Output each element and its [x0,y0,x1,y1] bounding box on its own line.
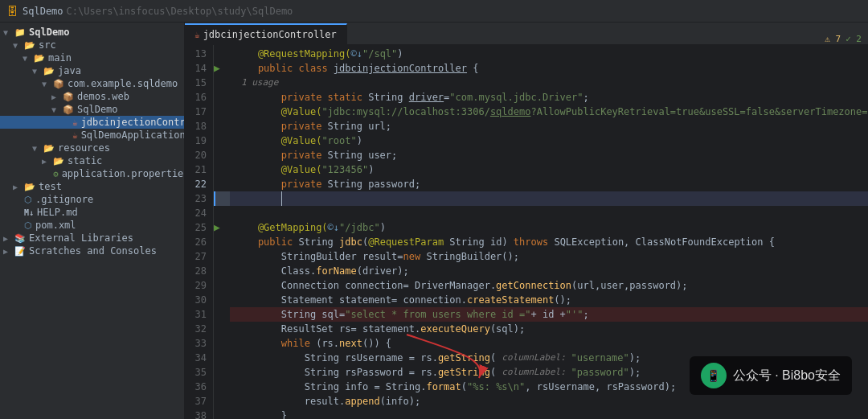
sidebar-item-static[interactable]: ▶ 📂 static [0,154,184,167]
var-name: driver [409,90,444,105]
string: "/sql" [362,47,397,61]
sidebar-item-resources[interactable]: ▼ 📂 resources [0,142,184,154]
sidebar-item-demos-web[interactable]: ▶ 📦 demos.web [0,90,184,103]
sidebar-item-gitignore[interactable]: ⬡ .gitignore [0,193,184,206]
method: getString [438,365,490,380]
line-num: 20 [188,148,207,162]
arrow-icon: ▶ [3,247,14,256]
arrow-icon: ▼ [23,54,34,63]
tab-jdbc-controller[interactable]: ☕ jdbcinjectionController [185,23,347,44]
code: (info); [380,394,421,409]
code-line-usage: 1 usage [230,76,868,90]
code: (sql); [490,322,525,336]
type: String [328,119,369,134]
sidebar-item-sqldemo-app[interactable]: ☕ SqlDemoApplication [0,129,184,142]
type: String [328,148,369,162]
sidebar-item-test[interactable]: ▶ 📂 test [0,180,184,193]
var: user; [368,148,397,162]
warning-badge: ⚠ 7 [825,34,841,44]
code: + id + [530,307,565,322]
type: String [368,90,409,105]
arrow-icon: ▼ [32,67,43,76]
sidebar-item-jdbc-controller[interactable]: ☕ jdbcinjectionController [0,116,184,129]
file-tree: ▼ 📁 SqlDemo ▼ 📂 src ▼ 📂 main ▼ 📂 java ▼ … [0,23,185,419]
sidebar-item-pkg-com[interactable]: ▼ 📦 com.example.sqldemo [0,77,184,90]
code: result. [235,394,345,409]
code: } [235,409,287,419]
project-path: C:\Users\insfocus\Desktop\study\SqlDemo [67,6,293,17]
sidebar-item-scratches[interactable]: ▶ 📝 Scratches and Consoles [0,244,184,257]
code-line-22 [230,191,868,206]
type: String [449,235,490,249]
code: StringBuilder result= [235,249,403,264]
sidebar-label: .gitignore [35,194,93,205]
run-icon-14[interactable]: ▶ [214,61,230,76]
cursor-line [235,191,281,206]
arrow-icon: ▶ [13,183,24,191]
paren: ( [362,235,368,249]
code: (driver); [357,264,409,278]
line-num: 21 [188,162,207,177]
code: ( [461,380,467,394]
checkmark-badge: ✓ 2 [845,34,862,44]
brace: { [467,61,478,76]
code-line-23 [230,206,868,220]
method: format [426,380,461,394]
sidebar-label: application.properties [62,168,185,179]
code-line-15: private static String driver="com.mysql.… [230,90,868,105]
watermark-icon: 📱 [701,363,727,388]
sidebar-item-java[interactable]: ▼ 📂 java [0,64,184,77]
folder-icon: 📂 [53,156,64,166]
line-num: 33 [188,336,207,351]
line-num-active: 22 [188,177,207,191]
sidebar-item-helpmd[interactable]: M↓ HELP.md [0,206,184,219]
paren: ) [368,162,374,177]
method-name: jdbc [339,235,362,249]
var: id) [490,235,514,249]
keyword: throws [514,235,555,249]
sidebar-item-app-props[interactable]: ⚙ application.properties [0,167,184,180]
code-line-21: private String password; [230,177,868,191]
string: "'" [566,307,583,322]
code: Statement statement= connection. [235,293,467,307]
run-icon-24[interactable]: ▶ [214,220,230,235]
arrow-icon: ▶ [51,92,63,101]
var: url; [368,119,391,134]
semi: ; [583,307,589,322]
string: "password" [571,365,628,380]
folder-icon: 📁 [14,27,26,38]
param-hint: columnLabel: [502,351,571,365]
method: getConnection [496,278,571,293]
code-line-36: result.append(info); [230,394,868,409]
line-num: 14 [188,61,207,76]
line-num: 30 [188,293,207,307]
arrow-icon: ▶ [42,157,53,166]
sidebar-item-main[interactable]: ▼ 📂 main [0,51,184,64]
paren: ) [380,220,386,235]
line-num: 32 [188,322,207,336]
line-num: 28 [188,264,207,278]
sidebar-item-src[interactable]: ▼ 📂 src [0,39,184,51]
code-line-16: @Value("jdbc:mysql://localhost:3306/sqld… [230,105,868,119]
sidebar-label: com.example.sqldemo [68,78,178,89]
md-icon: M↓ [24,208,34,217]
string: "jdbc:mysql://localhost:3306/sqldemo?All… [321,105,868,119]
properties-icon: ⚙ [53,169,59,179]
sidebar-item-external-libs[interactable]: ▶ 📚 External Libraries [0,232,184,244]
sidebar-item-sqldemo[interactable]: ▼ 📁 SqlDemo [0,26,184,39]
code: (); [554,293,571,307]
sidebar-label: main [48,52,72,64]
sidebar-label: SqlDemo [77,104,118,115]
gutter-icons: ▶ ▶ [214,45,230,419]
sidebar-label: demos.web [77,91,129,102]
code: Class. [235,264,316,278]
sidebar-item-sqldemo-pkg[interactable]: ▼ 📦 SqlDemo [0,103,184,116]
sidebar-label: SqlDemo [29,27,70,38]
code: (rs. [316,336,339,351]
java-file-icon: ☕ [72,130,78,141]
code-line-18: @Value("root") [230,134,868,148]
code-line-29: Statement statement= connection.createSt… [230,293,868,307]
brace: { [769,235,775,249]
semi: ; [583,90,589,105]
sidebar-item-pomxml[interactable]: ⬡ pom.xml [0,219,184,232]
